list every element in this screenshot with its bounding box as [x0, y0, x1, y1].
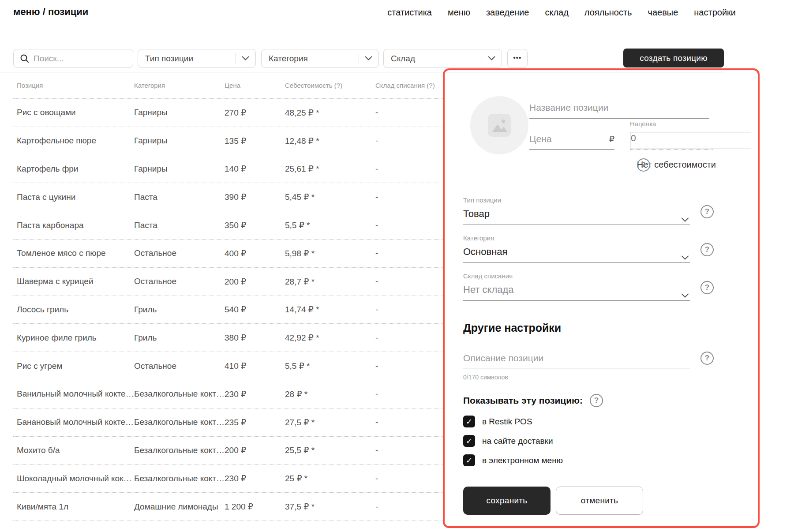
char-counter: 0/170 символов [463, 374, 508, 381]
cell-category: Остальное [134, 361, 225, 371]
type-select[interactable]: Тип позиции Товар [463, 196, 690, 225]
cell-price: 400 ₽ [225, 248, 285, 259]
cell-price: 270 ₽ [225, 108, 285, 118]
help-icon[interactable]: ? [590, 394, 603, 407]
category-select[interactable]: Категория Основная [463, 234, 690, 263]
markup-label: Наценка [630, 120, 656, 127]
cell-cost: 12,48 ₽ * [285, 136, 375, 146]
cell-cost: 25,61 ₽ * [285, 164, 375, 174]
cell-position: Томленое мясо с пюре [17, 248, 134, 258]
cell-price: 135 ₽ [225, 136, 285, 146]
checkbox-emenu[interactable]: ✓ в электронном меню [463, 454, 563, 466]
cell-cost: 5,45 ₽ * [285, 192, 375, 202]
chevron-down-icon [488, 56, 495, 61]
cell-position: Шоколадный молочный кок… [17, 474, 134, 483]
cell-price: 410 ₽ [225, 361, 285, 371]
help-icon[interactable]: ? [700, 243, 714, 256]
nav-item[interactable]: настройки [694, 7, 736, 18]
cell-category: Паста [134, 192, 225, 202]
filter-label: Тип позиции [145, 54, 193, 64]
filter-category-dropdown[interactable]: Категория [261, 49, 379, 68]
search-icon [20, 54, 29, 63]
price-input[interactable] [529, 134, 609, 149]
cell-category: Гриль [134, 333, 225, 343]
other-settings-title: Другие настройки [463, 322, 561, 334]
breadcrumb: меню / позиции [13, 6, 88, 18]
divider [359, 53, 359, 64]
cell-price: 200 ₽ [225, 277, 285, 287]
markup-field[interactable]: % [630, 127, 713, 150]
cell-price: 230 ₽ [225, 389, 285, 399]
chevron-down-icon [365, 56, 372, 61]
nav-item[interactable]: заведение [486, 7, 529, 18]
search-input[interactable] [34, 54, 127, 64]
checkbox-checked[interactable]: ✓ [463, 416, 475, 427]
create-position-button[interactable]: создать позицию [623, 49, 724, 67]
cell-category: Гарниры [134, 136, 225, 146]
checkbox-checked[interactable]: ✓ [463, 435, 475, 447]
position-editor-panel: Наценка ₽ % Нет себестоимости ? Тип пози… [443, 68, 760, 528]
search-box[interactable] [13, 49, 133, 68]
cell-price: 540 ₽ [225, 304, 285, 315]
checkbox-restik-pos[interactable]: ✓ в Restik POS [463, 416, 532, 427]
description-input[interactable] [463, 353, 690, 368]
cell-cost: 42,92 ₽ * [285, 333, 375, 343]
price-field[interactable]: ₽ [529, 127, 614, 150]
filter-type-dropdown[interactable]: Тип позиции [138, 49, 256, 68]
help-icon[interactable]: ? [637, 158, 650, 172]
help-icon[interactable]: ? [700, 205, 714, 218]
description-field[interactable] [463, 352, 690, 368]
cell-position: Картофельное пюре [17, 136, 134, 146]
main-nav: статистикаменюзаведениескладлояльностьча… [387, 7, 736, 18]
cell-cost: 28,7 ₽ * [285, 277, 375, 287]
nav-item[interactable]: меню [448, 7, 470, 18]
field-value: Товар [463, 208, 690, 220]
save-button[interactable]: сохранить [463, 487, 551, 515]
visibility-title: Показывать эту позицию: [463, 395, 583, 406]
nav-item[interactable]: чаевые [648, 7, 678, 18]
cell-position: Ванильный молочный кокте… [17, 389, 134, 399]
check-icon: ✓ [466, 436, 472, 446]
cell-price: 140 ₽ [225, 164, 285, 174]
checkbox-label: в Restik POS [482, 417, 532, 427]
cell-price: 390 ₽ [225, 192, 285, 202]
cell-price: 200 ₽ [225, 445, 285, 455]
cell-cost: 5,5 ₽ * [285, 361, 375, 371]
cell-position: Паста с цукини [17, 192, 134, 202]
cancel-button[interactable]: отменить [556, 487, 643, 515]
section-divider [463, 186, 733, 186]
cell-price: 350 ₽ [225, 220, 285, 230]
name-field[interactable] [529, 97, 709, 119]
field-value: Нет склада [463, 284, 690, 296]
name-input[interactable] [529, 102, 709, 118]
checkbox-delivery-site[interactable]: ✓ на сайте доставки [463, 435, 553, 447]
no-cost-row: Нет себестоимости ? [637, 160, 716, 170]
cell-cost: 37,5 ₽ * [285, 502, 375, 512]
check-icon: ✓ [466, 417, 472, 427]
cell-cost: 25,5 ₽ * [285, 445, 375, 455]
app-root: меню / позиции статистикаменюзаведениеск… [0, 0, 794, 532]
cell-price: 380 ₽ [225, 333, 285, 343]
cell-category: Безалкогольные кокт… [134, 446, 225, 455]
cell-price: 235 ₽ [225, 417, 285, 427]
nav-item[interactable]: статистика [387, 7, 432, 18]
checkbox-checked[interactable]: ✓ [463, 454, 475, 466]
cell-category: Гриль [134, 305, 225, 315]
cell-category: Безалкогольные кокт… [134, 389, 225, 399]
photo-upload[interactable] [470, 96, 528, 154]
nav-item[interactable]: склад [545, 7, 568, 18]
field-label: Тип позиции [463, 196, 690, 204]
cell-price: 230 ₽ [225, 473, 285, 483]
warehouse-select[interactable]: Склад списания Нет склада [463, 272, 690, 301]
markup-input[interactable] [630, 132, 751, 149]
nav-item[interactable]: лояльность [584, 7, 632, 18]
col-header-category: Категория [134, 82, 225, 89]
help-icon[interactable]: ? [700, 352, 714, 365]
help-icon[interactable]: ? [700, 281, 714, 294]
cell-category: Безалкогольные кокт… [134, 474, 225, 483]
filter-warehouse-dropdown[interactable]: Склад [383, 49, 502, 68]
check-icon: ✓ [466, 456, 472, 465]
more-filters-button[interactable]: ••• [507, 49, 528, 68]
cell-cost: 28 ₽ * [285, 389, 375, 399]
cell-position: Мохито б/а [17, 446, 134, 455]
